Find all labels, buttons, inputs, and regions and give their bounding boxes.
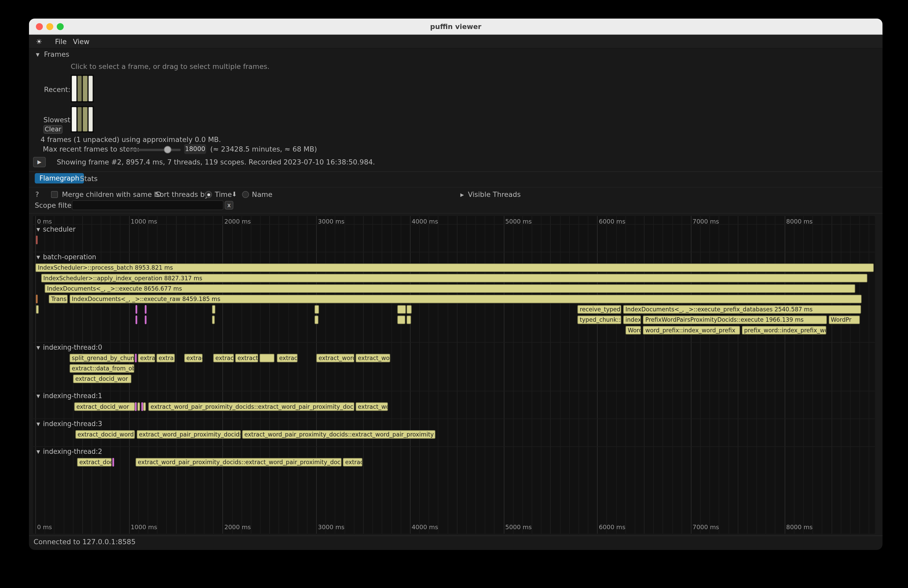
frame-thumbnail-bar[interactable] (89, 76, 93, 101)
scope-bar[interactable]: extract_docid_wor (74, 402, 135, 411)
scope-bar[interactable]: prefix_word::index_prefix_wo (742, 326, 827, 335)
clear-button[interactable]: Clear (43, 125, 63, 134)
scope-bar[interactable]: split_grenad_by_chun (69, 353, 134, 362)
frame-thumbnail-bar[interactable] (83, 107, 87, 131)
scope-bar[interactable]: extract_doc (77, 458, 112, 467)
scope-bar[interactable] (259, 353, 274, 362)
scope-bar[interactable]: extract (138, 353, 155, 362)
scope-bar[interactable] (36, 305, 39, 314)
frame-thumbnail-bar[interactable] (72, 107, 76, 131)
scope-bar[interactable] (212, 315, 215, 324)
scope-bar[interactable] (141, 402, 143, 411)
scope-bar[interactable] (36, 294, 38, 303)
scope-bar[interactable]: extract_word (316, 353, 354, 362)
scope-bar[interactable]: extract_docid_word (75, 430, 135, 439)
visible-threads-expand-icon[interactable]: ▶ (460, 192, 464, 198)
sort-time-label[interactable]: Time (215, 190, 232, 198)
menu-file[interactable]: File (55, 35, 67, 49)
scope-bar[interactable] (145, 305, 147, 314)
sort-time-radio[interactable] (205, 191, 212, 198)
thread-collapse-icon[interactable]: ▼ (37, 449, 40, 454)
scope-bar[interactable]: extract::data_from_ob (69, 364, 134, 373)
thread-collapse-icon[interactable]: ▼ (37, 421, 40, 426)
help-button[interactable]: ? (35, 190, 39, 198)
scope-bar[interactable]: extract_word_pair_proximity_docids (137, 430, 241, 439)
theme-toggle-icon[interactable]: ☀ (36, 35, 42, 49)
scope-bar[interactable]: PrefixWordPairsProximityDocids::execute … (643, 315, 827, 324)
thread-header-scheduler[interactable]: ▼scheduler (37, 225, 76, 233)
scope-bar[interactable] (113, 458, 114, 467)
scope-bar[interactable]: extract_ (213, 353, 234, 362)
scope-bar[interactable] (135, 315, 137, 324)
scope-bar[interactable] (397, 305, 406, 314)
scope-bar[interactable]: IndexDocuments<_, _>::execute_prefix_dat… (623, 305, 861, 314)
scope-bar[interactable]: extract_ (235, 353, 258, 362)
thread-header-indexing-thread:1[interactable]: ▼indexing-thread:1 (37, 392, 102, 400)
tab-flamegraph[interactable]: Flamegraph (35, 173, 84, 183)
play-button[interactable]: ▶ (33, 157, 46, 167)
scope-bar[interactable] (407, 305, 412, 314)
scope-bar[interactable]: extract (277, 353, 298, 362)
scope-bar[interactable]: typed_chunk::w (577, 315, 621, 324)
scope-bar[interactable]: Word (625, 326, 641, 335)
frame-thumbnail-bar[interactable] (72, 76, 76, 101)
scope-bar[interactable] (397, 315, 406, 324)
scope-bar[interactable]: receive_typed_ (577, 305, 621, 314)
scope-bar[interactable]: extract_word_pair_proximity_docids::extr… (242, 430, 436, 439)
scope-bar[interactable]: extract_wo (356, 402, 388, 411)
scope-bar[interactable]: IndexScheduler>::apply_index_operation 8… (41, 274, 868, 283)
scope-bar[interactable]: IndexDocuments<_, _>::execute_raw 8459.1… (69, 294, 861, 303)
sort-name-radio[interactable] (242, 191, 249, 198)
thread-collapse-icon[interactable]: ▼ (37, 227, 40, 232)
tab-stats[interactable]: Stats (80, 175, 97, 183)
frames-section-header[interactable]: Frames (44, 50, 69, 58)
slowest-frames-thumbnail[interactable] (71, 106, 94, 133)
scope-bar[interactable] (314, 315, 318, 324)
merge-checkbox-label[interactable]: Merge children with same ID (62, 190, 161, 198)
scope-bar[interactable]: Trans (49, 294, 68, 303)
sort-direction-icon[interactable]: ⬇ (232, 190, 237, 198)
merge-checkbox[interactable] (51, 191, 58, 198)
flamegraph-canvas[interactable]: 0 ms0 ms1000 ms1000 ms2000 ms2000 ms3000… (33, 216, 875, 534)
menu-view[interactable]: View (73, 35, 90, 49)
thread-header-batch-operation[interactable]: ▼batch-operation (37, 253, 97, 261)
thread-collapse-icon[interactable]: ▼ (37, 254, 40, 260)
scope-bar[interactable]: extrac (343, 458, 362, 467)
scope-bar[interactable] (135, 353, 137, 362)
scope-bar[interactable] (407, 315, 411, 324)
frame-thumbnail-bar[interactable] (77, 76, 82, 101)
scope-bar[interactable]: extrac (184, 353, 203, 362)
max-recent-slider-knob[interactable] (164, 146, 171, 153)
scope-bar[interactable] (36, 236, 37, 244)
frame-thumbnail-bar[interactable] (89, 107, 93, 131)
scope-bar[interactable]: index (623, 315, 641, 324)
scope-bar[interactable] (137, 402, 140, 411)
thread-collapse-icon[interactable]: ▼ (37, 345, 40, 350)
scope-bar[interactable]: extract_word_pair_proximity_docids::extr… (135, 458, 341, 467)
frame-thumbnail-bar[interactable] (77, 107, 82, 131)
scope-bar[interactable] (212, 305, 215, 314)
scope-bar[interactable] (135, 305, 137, 314)
scope-bar[interactable] (145, 315, 147, 324)
scope-bar[interactable] (143, 402, 146, 411)
max-recent-value[interactable]: 18000 (184, 144, 206, 154)
thread-header-indexing-thread:2[interactable]: ▼indexing-thread:2 (37, 447, 102, 455)
thread-collapse-icon[interactable]: ▼ (37, 393, 40, 398)
frame-thumbnail-bar[interactable] (83, 76, 87, 101)
scope-bar[interactable]: extract_wo (356, 353, 390, 362)
frames-collapse-icon[interactable]: ▼ (36, 52, 40, 57)
scope-bar[interactable]: WordPr (828, 315, 860, 324)
scope-bar[interactable]: IndexDocuments<_, _>::execute 8656.677 m… (45, 284, 855, 293)
scope-bar[interactable]: IndexScheduler>::process_batch 8953.821 … (35, 263, 874, 272)
scope-filter-input[interactable] (72, 200, 223, 210)
sort-name-label[interactable]: Name (252, 190, 272, 198)
scope-bar[interactable] (314, 305, 319, 314)
visible-threads-header[interactable]: Visible Threads (468, 190, 521, 198)
scope-bar[interactable]: extract_word_pair_proximity_docids::extr… (148, 402, 354, 411)
scope-filter-clear-button[interactable]: x (225, 201, 233, 210)
thread-header-indexing-thread:0[interactable]: ▼indexing-thread:0 (37, 343, 102, 351)
scope-bar[interactable]: word_prefix::index_word_prefix (643, 326, 740, 335)
scope-bar[interactable]: extract_docid_wor (73, 374, 132, 383)
scope-bar[interactable]: extra (156, 353, 175, 362)
max-recent-slider[interactable] (127, 149, 181, 151)
